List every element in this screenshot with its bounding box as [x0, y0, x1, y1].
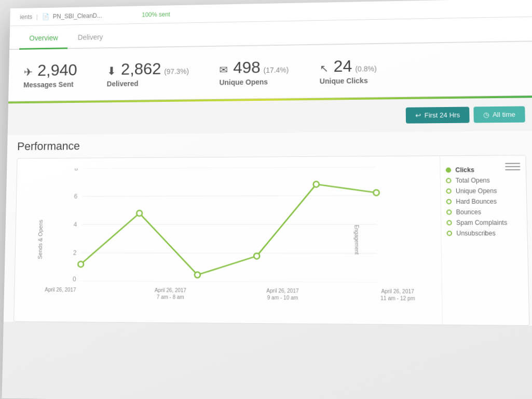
legend-label-unique-opens: Unique Opens [456, 187, 497, 194]
svg-text:4: 4 [74, 221, 77, 229]
download-icon: ⬇ [107, 65, 116, 78]
chart-container: Sends & Opens 8 6 4 2 0 [13, 155, 529, 326]
email-icon: ✉ [220, 63, 228, 76]
legend-label-bounces: Bounces [456, 208, 482, 216]
x-label-2: April 26, 20179 am - 10 am [266, 287, 298, 301]
unique-clicks-pct: (0.8%) [355, 64, 377, 73]
x-label-1: April 26, 20177 am - 8 am [155, 287, 186, 300]
svg-point-14 [313, 181, 319, 187]
unique-opens-pct: (17.4%) [264, 66, 289, 74]
unique-opens-value: 498 [233, 58, 261, 77]
legend-dot-bounces [446, 209, 452, 215]
legend-dot-total-opens [446, 178, 451, 183]
legend-dot-spam [446, 220, 452, 225]
legend-spam-complaints[interactable]: Spam Complaints [446, 219, 521, 226]
unique-clicks-label: Unique Clicks [320, 76, 368, 85]
svg-text:8: 8 [74, 167, 78, 172]
svg-line-1 [82, 195, 376, 196]
svg-text:0: 0 [73, 275, 76, 283]
x-label-0: April 26, 2017 [45, 286, 76, 300]
delivered-label: Delivered [107, 79, 139, 88]
svg-line-0 [83, 167, 376, 168]
svg-line-4 [80, 281, 377, 282]
svg-text:6: 6 [74, 193, 78, 200]
unique-clicks-value: 24 [334, 57, 352, 76]
legend-dot-hard-bounces [446, 199, 452, 204]
tab-overview[interactable]: Overview [19, 28, 68, 50]
first24-btn[interactable]: ↩ First 24 Hrs [406, 107, 470, 124]
legend-label-total-opens: Total Opens [456, 177, 490, 184]
recipients-label: ients [20, 13, 32, 20]
performance-section: Performance Sends & Opens [4, 131, 532, 326]
metric-unique-clicks: ↖ 24 (0.8%) Unique Clicks [320, 57, 377, 86]
messages-sent-label: Messages Sent [23, 81, 74, 89]
x-axis-labels: April 26, 2017 April 26, 20177 am - 8 am… [45, 283, 415, 302]
cursor-icon: ↖ [320, 62, 329, 75]
svg-point-13 [254, 253, 260, 259]
delivered-pct: (97.3%) [164, 67, 189, 75]
send-icon: ✈ [23, 66, 33, 79]
messages-sent-value: 2,940 [37, 61, 77, 80]
history-icon: ↩ [415, 111, 421, 119]
svg-point-10 [78, 261, 84, 267]
legend-total-opens[interactable]: Total Opens [446, 177, 521, 184]
svg-text:2: 2 [73, 249, 77, 257]
legend-dot-clicks [446, 167, 451, 172]
y-axis-label: Sends & Opens [37, 220, 44, 259]
engagement-label: Engagement [354, 225, 360, 255]
legend-dot-unique-opens [446, 189, 451, 194]
legend-label-clicks: Clicks [455, 166, 474, 174]
metric-messages-sent: ✈ 2,940 Messages Sent [23, 61, 77, 89]
chart-legend: Clicks Total Opens Unique Opens Hard Bou… [440, 155, 529, 325]
legend-label-unsubscribes: Unsubscribes [456, 230, 496, 237]
x-label-3: April 26, 201711 am - 12 pm [380, 288, 415, 302]
chart-menu-btn[interactable] [505, 161, 521, 172]
legend-unsubscribes[interactable]: Unsubscribes [447, 230, 522, 237]
page-wrapper: ients | 📄 PN_SBI_CleanD... 100% sent Ove… [2, 0, 532, 399]
legend-label-spam: Spam Complaints [456, 219, 508, 227]
chart-area: Sends & Opens 8 6 4 2 0 [14, 156, 442, 324]
legend-label-hard-bounces: Hard Bounces [456, 198, 497, 205]
legend-dot-unsubscribes [447, 231, 452, 236]
controls-row: ↩ First 24 Hrs ◷ All time [8, 98, 532, 135]
metric-unique-opens: ✉ 498 (17.4%) Unique Opens [220, 58, 289, 86]
svg-point-15 [373, 190, 379, 195]
delivered-value: 2,862 [121, 60, 161, 79]
file-name-tab: 📄 PN_SBI_CleanD... [42, 12, 102, 20]
tab-delivery[interactable]: Delivery [67, 27, 113, 49]
performance-title: Performance [17, 136, 526, 153]
unique-opens-label: Unique Opens [220, 78, 268, 87]
legend-unique-opens[interactable]: Unique Opens [446, 187, 521, 195]
alltime-btn[interactable]: ◷ All time [474, 106, 525, 123]
metric-delivered: ⬇ 2,862 (97.3%) Delivered [107, 59, 189, 88]
svg-line-3 [81, 253, 377, 254]
svg-point-11 [137, 210, 142, 216]
metrics-row: ✈ 2,940 Messages Sent ⬇ 2,862 (97.3%) De… [8, 42, 532, 101]
legend-bounces[interactable]: Bounces [446, 208, 521, 216]
svg-point-12 [195, 272, 200, 277]
clock-icon: ◷ [483, 111, 489, 118]
legend-hard-bounces[interactable]: Hard Bounces [446, 198, 521, 206]
